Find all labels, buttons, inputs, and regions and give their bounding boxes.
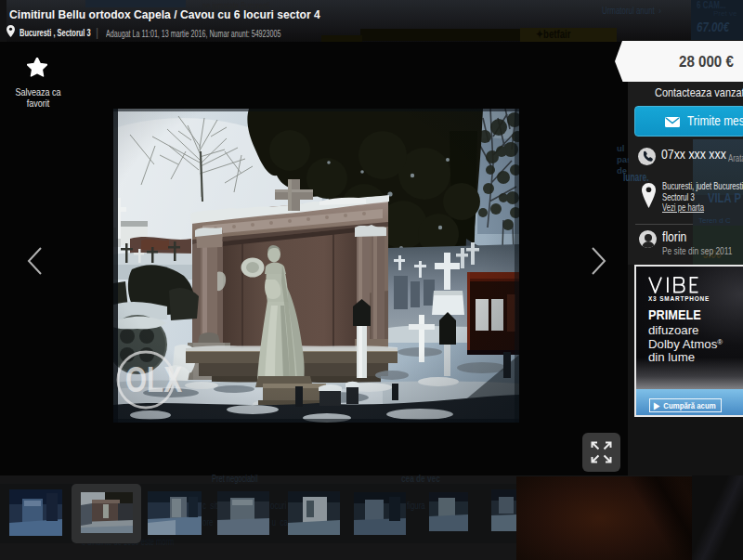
svg-text:OLX: OLX: [125, 360, 183, 399]
